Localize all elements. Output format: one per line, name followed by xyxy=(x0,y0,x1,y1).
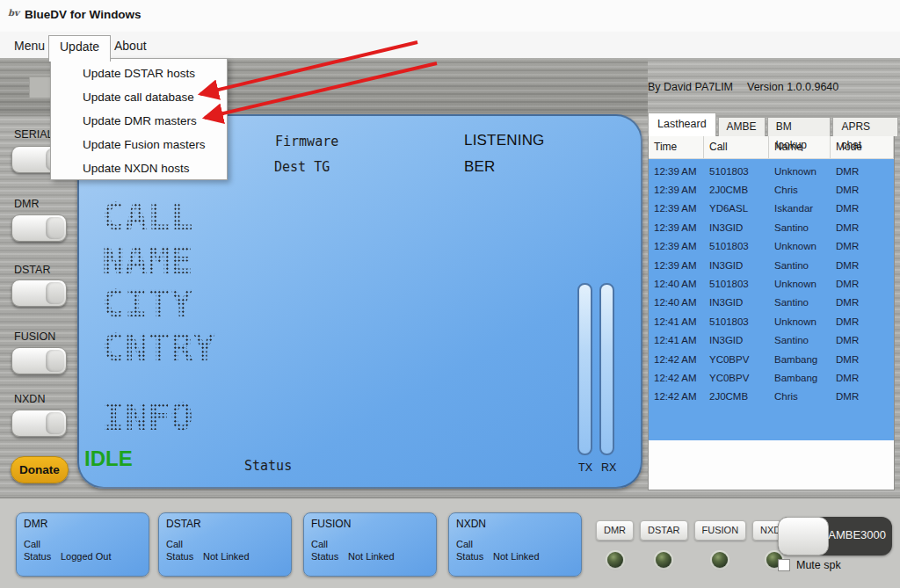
dstar-mode-button[interactable]: DSTAR xyxy=(640,520,687,541)
ber-label: BER xyxy=(464,158,496,176)
version-text: Version 1.0.0.9640 xyxy=(747,81,838,93)
cell-mode: DMR xyxy=(836,241,894,251)
nxdn-toggle[interactable] xyxy=(11,410,67,437)
cell-mode: DMR xyxy=(836,222,894,233)
table-row[interactable]: 12:39 AM IN3GID Santino DMR xyxy=(649,218,894,236)
dstar-toggle[interactable] xyxy=(11,279,67,307)
status-value: Not Linked xyxy=(203,551,250,562)
cell-name: Unknown xyxy=(774,241,836,251)
menu-item-about[interactable]: About xyxy=(104,35,157,58)
dmr-mode-button[interactable]: DMR xyxy=(596,520,634,541)
rx-meter xyxy=(599,283,614,455)
mode-button-row: DMR DSTAR FUSION NXDN xyxy=(596,520,795,568)
title-bar: bv BlueDV for Windows xyxy=(0,0,900,32)
idle-status: IDLE xyxy=(84,446,133,471)
donate-button[interactable]: Donate xyxy=(11,456,69,483)
call-label: Call xyxy=(166,539,203,549)
panel-title: DSTAR xyxy=(166,518,284,530)
panel-title: NXDN xyxy=(456,518,574,530)
cell-name: Chris xyxy=(774,185,836,195)
table-row[interactable]: 12:39 AM 5101803 Unknown DMR xyxy=(649,162,894,180)
fusion-label: FUSION xyxy=(14,330,55,343)
call-label: Call xyxy=(24,539,61,549)
cell-mode: DMR xyxy=(836,373,894,383)
dstar-label: DSTAR xyxy=(14,264,50,276)
status-value: Not Linked xyxy=(493,551,540,562)
mute-spk-control: Mute spk xyxy=(778,559,841,571)
table-row[interactable]: 12:39 AM IN3GID Santino DMR xyxy=(649,256,894,274)
lcd-readout: CALL NAME CITY CNTRY INFO xyxy=(102,195,215,439)
cell-name: Santino xyxy=(774,297,836,308)
bluedv-window: bv BlueDV for Windows Menu Update About … xyxy=(0,0,900,588)
cell-time: 12:39 AM xyxy=(654,222,709,233)
status-label: Status xyxy=(456,551,493,562)
table-row[interactable]: 12:40 AM IN3GID Santino DMR xyxy=(649,294,894,312)
cell-mode: DMR xyxy=(836,279,894,289)
dmr-toggle[interactable] xyxy=(11,214,67,242)
call-label: Call xyxy=(311,539,348,549)
cell-mode: DMR xyxy=(836,297,894,308)
table-row[interactable]: 12:39 AM 2J0CMB Chris DMR xyxy=(649,180,894,199)
cell-time: 12:41 AM xyxy=(654,316,709,327)
cell-call: IN3GID xyxy=(709,260,774,271)
cell-time: 12:42 AM xyxy=(654,391,709,402)
cell-call: 5101803 xyxy=(709,241,774,251)
cell-name: Unknown xyxy=(774,279,836,289)
status-label: Status xyxy=(166,551,203,562)
tab-bm-lookup[interactable]: BM lookup xyxy=(767,117,831,136)
dstar-status-panel: DSTAR Call Status Not Linked xyxy=(158,512,292,577)
cell-time: 12:39 AM xyxy=(654,241,709,251)
dstar-led-indicator xyxy=(656,552,671,568)
table-row[interactable]: 12:39 AM 5101803 Unknown DMR xyxy=(649,237,894,256)
tab-aprs-chat[interactable]: APRS chat xyxy=(832,117,898,136)
menu-item-update-fusion-masters[interactable]: Update Fusion masters xyxy=(51,133,227,156)
ambe-toggle-knob[interactable] xyxy=(778,517,829,555)
cell-call: 5101803 xyxy=(709,279,774,289)
tab-lastheard[interactable]: Lastheard xyxy=(648,113,716,136)
lcd-city: CITY xyxy=(102,282,215,326)
panel-title: DMR xyxy=(24,518,142,530)
menu-bar: Menu Update About xyxy=(0,32,900,58)
table-row[interactable]: 12:39 AM YD6ASL Iskandar DMR xyxy=(649,200,894,218)
status-label: Status xyxy=(244,458,292,474)
table-row[interactable]: 12:42 AM 2J0CMB Chris DMR xyxy=(649,388,894,406)
menu-item-update-nxdn-hosts[interactable]: Update NXDN hosts xyxy=(51,156,227,180)
ambe3000-toggle[interactable]: AMBE3000 xyxy=(778,517,892,555)
fusion-toggle[interactable] xyxy=(11,347,67,374)
cell-time: 12:39 AM xyxy=(654,166,709,177)
table-row[interactable]: 12:41 AM 5101803 Unknown DMR xyxy=(649,312,894,330)
table-row[interactable]: 12:41 AM IN3GID Santino DMR xyxy=(649,331,894,350)
mute-spk-checkbox[interactable] xyxy=(778,559,790,571)
tab-ambe[interactable]: AMBE xyxy=(718,117,766,136)
cell-mode: DMR xyxy=(836,391,894,402)
lcd-name: NAME xyxy=(102,239,215,283)
cell-time: 12:39 AM xyxy=(654,203,709,214)
fusion-status-panel: FUSION Call Status Not Linked xyxy=(303,512,437,577)
table-row[interactable]: 12:40 AM 5101803 Unknown DMR xyxy=(649,274,894,293)
menu-item-update-dmr-masters[interactable]: Update DMR masters xyxy=(51,109,227,133)
cell-name: Santino xyxy=(774,335,836,345)
fusion-mode-button[interactable]: FUSION xyxy=(694,520,747,541)
dmr-status-panel: DMR Call Status Logged Out xyxy=(16,512,149,577)
column-header-call[interactable]: Call xyxy=(704,136,769,158)
cell-mode: DMR xyxy=(836,185,894,195)
cell-call: 2J0CMB xyxy=(709,391,774,402)
menu-item-update-call-database[interactable]: Update call database xyxy=(51,85,227,109)
cell-name: Unknown xyxy=(774,316,836,327)
cell-mode: DMR xyxy=(836,260,894,271)
menu-item-update-dstar-hosts[interactable]: Update DSTAR hosts xyxy=(51,62,227,85)
lcd-info: INFO xyxy=(102,396,215,439)
table-row[interactable]: 12:42 AM YC0BPV Bambang DMR xyxy=(649,368,894,387)
status-value: Not Linked xyxy=(348,551,395,562)
cell-call: YD6ASL xyxy=(709,203,774,214)
lcd-call: CALL xyxy=(102,195,215,239)
table-row[interactable]: 12:42 AM YC0BPV Bambang DMR xyxy=(649,350,894,368)
cell-time: 12:42 AM xyxy=(654,373,709,383)
column-header-mode[interactable]: Mode xyxy=(831,136,894,158)
cell-call: 5101803 xyxy=(709,316,774,327)
tx-meter xyxy=(577,283,592,455)
menu-item-update[interactable]: Update xyxy=(48,35,111,62)
column-header-time[interactable]: Time xyxy=(649,136,704,158)
cell-name: Bambang xyxy=(774,354,836,365)
serial-label: SERIAL xyxy=(14,128,53,141)
